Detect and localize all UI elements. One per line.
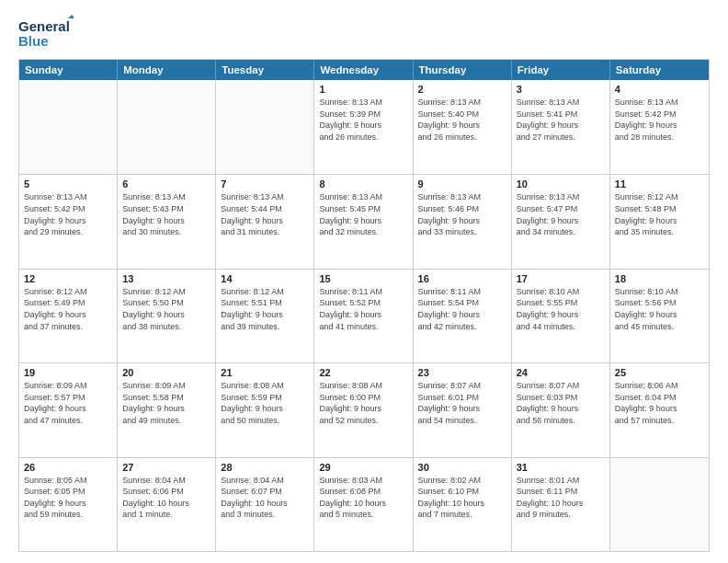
empty-cell	[610, 458, 709, 551]
day-info: Sunrise: 8:13 AM Sunset: 5:42 PM Dayligh…	[615, 97, 704, 143]
day-cell-5: 5Sunrise: 8:13 AM Sunset: 5:42 PM Daylig…	[19, 175, 118, 268]
day-cell-18: 18Sunrise: 8:10 AM Sunset: 5:56 PM Dayli…	[610, 270, 709, 362]
day-info: Sunrise: 8:08 AM Sunset: 5:59 PM Dayligh…	[221, 380, 309, 426]
calendar-week-3: 12Sunrise: 8:12 AM Sunset: 5:49 PM Dayli…	[19, 269, 709, 362]
day-number: 7	[221, 178, 309, 190]
day-cell-24: 24Sunrise: 8:07 AM Sunset: 6:03 PM Dayli…	[512, 363, 610, 456]
day-of-week-header: Friday	[512, 60, 610, 80]
day-info: Sunrise: 8:07 AM Sunset: 6:01 PM Dayligh…	[418, 380, 506, 426]
day-number: 3	[517, 84, 605, 95]
day-number: 30	[418, 462, 506, 473]
day-info: Sunrise: 8:10 AM Sunset: 5:56 PM Dayligh…	[615, 286, 704, 332]
day-of-week-header: Sunday	[19, 60, 118, 80]
day-info: Sunrise: 8:07 AM Sunset: 6:03 PM Dayligh…	[517, 380, 605, 426]
day-cell-10: 10Sunrise: 8:13 AM Sunset: 5:47 PM Dayli…	[512, 175, 610, 268]
day-info: Sunrise: 8:09 AM Sunset: 5:58 PM Dayligh…	[122, 380, 210, 426]
day-number: 8	[319, 178, 407, 190]
day-cell-6: 6Sunrise: 8:13 AM Sunset: 5:43 PM Daylig…	[118, 175, 216, 268]
day-cell-15: 15Sunrise: 8:11 AM Sunset: 5:52 PM Dayli…	[314, 270, 413, 362]
day-cell-19: 19Sunrise: 8:09 AM Sunset: 5:57 PM Dayli…	[19, 363, 118, 456]
day-cell-14: 14Sunrise: 8:12 AM Sunset: 5:51 PM Dayli…	[216, 270, 314, 362]
day-info: Sunrise: 8:03 AM Sunset: 6:08 PM Dayligh…	[319, 475, 407, 521]
day-info: Sunrise: 8:13 AM Sunset: 5:43 PM Dayligh…	[122, 191, 210, 237]
day-cell-25: 25Sunrise: 8:06 AM Sunset: 6:04 PM Dayli…	[610, 363, 709, 456]
day-cell-7: 7Sunrise: 8:13 AM Sunset: 5:44 PM Daylig…	[216, 175, 314, 268]
day-info: Sunrise: 8:02 AM Sunset: 6:10 PM Dayligh…	[418, 475, 506, 521]
day-number: 18	[615, 273, 704, 284]
day-info: Sunrise: 8:11 AM Sunset: 5:52 PM Dayligh…	[319, 286, 407, 332]
day-number: 14	[221, 273, 309, 284]
day-cell-31: 31Sunrise: 8:01 AM Sunset: 6:11 PM Dayli…	[512, 458, 610, 551]
day-cell-13: 13Sunrise: 8:12 AM Sunset: 5:50 PM Dayli…	[118, 270, 216, 362]
day-number: 2	[418, 84, 506, 95]
calendar-week-5: 26Sunrise: 8:05 AM Sunset: 6:05 PM Dayli…	[19, 457, 709, 551]
day-cell-16: 16Sunrise: 8:11 AM Sunset: 5:54 PM Dayli…	[414, 270, 512, 362]
svg-text:General: General	[18, 18, 70, 34]
day-number: 5	[24, 178, 112, 190]
day-info: Sunrise: 8:13 AM Sunset: 5:39 PM Dayligh…	[319, 97, 407, 143]
day-number: 10	[517, 178, 605, 190]
day-info: Sunrise: 8:09 AM Sunset: 5:57 PM Dayligh…	[24, 380, 112, 426]
day-number: 20	[122, 367, 210, 378]
day-number: 6	[122, 178, 210, 190]
day-of-week-header: Wednesday	[314, 60, 413, 80]
day-cell-2: 2Sunrise: 8:13 AM Sunset: 5:40 PM Daylig…	[414, 80, 512, 174]
day-info: Sunrise: 8:13 AM Sunset: 5:47 PM Dayligh…	[517, 191, 605, 237]
day-number: 27	[122, 462, 210, 473]
day-cell-1: 1Sunrise: 8:13 AM Sunset: 5:39 PM Daylig…	[314, 80, 413, 174]
svg-marker-1	[68, 15, 74, 18]
day-number: 23	[418, 367, 506, 378]
calendar-header: SundayMondayTuesdayWednesdayThursdayFrid…	[19, 60, 709, 80]
day-info: Sunrise: 8:12 AM Sunset: 5:51 PM Dayligh…	[221, 286, 309, 332]
day-number: 15	[319, 273, 407, 284]
day-cell-3: 3Sunrise: 8:13 AM Sunset: 5:41 PM Daylig…	[512, 80, 610, 174]
day-info: Sunrise: 8:11 AM Sunset: 5:54 PM Dayligh…	[418, 286, 506, 332]
day-info: Sunrise: 8:13 AM Sunset: 5:40 PM Dayligh…	[418, 97, 506, 143]
day-number: 11	[615, 178, 704, 190]
svg-text:Blue: Blue	[18, 33, 49, 49]
day-info: Sunrise: 8:13 AM Sunset: 5:42 PM Dayligh…	[24, 191, 112, 237]
day-cell-4: 4Sunrise: 8:13 AM Sunset: 5:42 PM Daylig…	[610, 80, 709, 174]
day-info: Sunrise: 8:04 AM Sunset: 6:07 PM Dayligh…	[221, 475, 309, 521]
day-cell-23: 23Sunrise: 8:07 AM Sunset: 6:01 PM Dayli…	[414, 363, 512, 456]
day-of-week-header: Tuesday	[216, 60, 314, 80]
day-number: 28	[221, 462, 309, 473]
day-number: 31	[517, 462, 605, 473]
calendar-body: 1Sunrise: 8:13 AM Sunset: 5:39 PM Daylig…	[19, 80, 709, 551]
day-number: 19	[24, 367, 112, 378]
day-of-week-header: Thursday	[414, 60, 512, 80]
day-info: Sunrise: 8:08 AM Sunset: 6:00 PM Dayligh…	[319, 380, 407, 426]
logo-svg: General Blue	[18, 15, 74, 52]
day-info: Sunrise: 8:13 AM Sunset: 5:44 PM Dayligh…	[221, 191, 309, 237]
day-number: 25	[615, 367, 704, 378]
day-cell-8: 8Sunrise: 8:13 AM Sunset: 5:45 PM Daylig…	[314, 175, 413, 268]
day-info: Sunrise: 8:04 AM Sunset: 6:06 PM Dayligh…	[122, 475, 210, 521]
empty-cell	[118, 80, 216, 174]
logo: General Blue	[18, 15, 74, 52]
day-cell-29: 29Sunrise: 8:03 AM Sunset: 6:08 PM Dayli…	[314, 458, 413, 551]
day-cell-12: 12Sunrise: 8:12 AM Sunset: 5:49 PM Dayli…	[19, 270, 118, 362]
day-number: 16	[418, 273, 506, 284]
day-number: 17	[517, 273, 605, 284]
day-info: Sunrise: 8:13 AM Sunset: 5:46 PM Dayligh…	[418, 191, 506, 237]
day-info: Sunrise: 8:13 AM Sunset: 5:41 PM Dayligh…	[517, 97, 605, 143]
day-info: Sunrise: 8:10 AM Sunset: 5:55 PM Dayligh…	[517, 286, 605, 332]
day-info: Sunrise: 8:06 AM Sunset: 6:04 PM Dayligh…	[615, 380, 704, 426]
day-number: 13	[122, 273, 210, 284]
day-info: Sunrise: 8:12 AM Sunset: 5:48 PM Dayligh…	[615, 191, 704, 237]
day-of-week-header: Monday	[118, 60, 216, 80]
day-number: 24	[517, 367, 605, 378]
day-cell-27: 27Sunrise: 8:04 AM Sunset: 6:06 PM Dayli…	[118, 458, 216, 551]
day-number: 1	[319, 84, 407, 95]
header: General Blue	[18, 15, 710, 52]
day-cell-30: 30Sunrise: 8:02 AM Sunset: 6:10 PM Dayli…	[414, 458, 512, 551]
day-of-week-header: Saturday	[610, 60, 709, 80]
day-number: 29	[319, 462, 407, 473]
calendar-week-2: 5Sunrise: 8:13 AM Sunset: 5:42 PM Daylig…	[19, 174, 709, 268]
day-number: 21	[221, 367, 309, 378]
empty-cell	[216, 80, 314, 174]
day-number: 12	[24, 273, 112, 284]
calendar-week-4: 19Sunrise: 8:09 AM Sunset: 5:57 PM Dayli…	[19, 362, 709, 456]
empty-cell	[19, 80, 118, 174]
day-info: Sunrise: 8:12 AM Sunset: 5:50 PM Dayligh…	[122, 286, 210, 332]
